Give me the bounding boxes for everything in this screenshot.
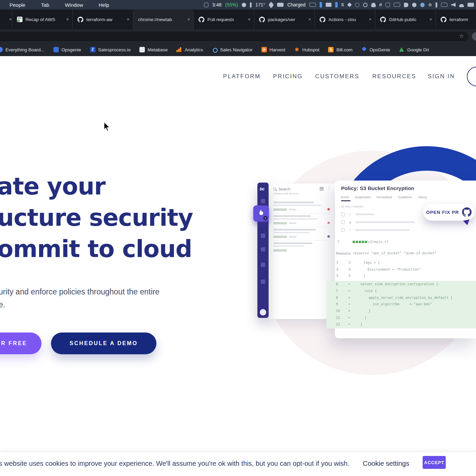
bookmark-opsgenie-2[interactable]: OpsGenie [361,47,390,52]
rocket-icon[interactable] [268,2,274,8]
resource-gutter-label: Resource [336,252,351,255]
hero-heading-line-1: ate your [0,173,105,200]
menu-window[interactable]: Window [65,2,83,8]
battery-icon[interactable] [309,3,316,7]
cookie-accept-button[interactable]: ACCEPT [423,456,446,469]
bookmark-sales-navigator[interactable]: Sales Navigator [212,47,252,52]
github-icon [462,207,472,217]
google-drive-favicon [399,47,404,52]
cookie-settings-link[interactable]: Cookie settings [363,460,409,468]
policy-list-item [273,241,330,254]
nav-pricing[interactable]: PRICING [273,73,303,80]
thermometer-icon[interactable] [250,2,252,7]
tab-pull-requests[interactable]: Pull requests × [194,10,254,29]
bookmark-hubspot[interactable]: ✱ Hubspot [294,47,319,52]
tab-github-public[interactable]: GitHub public × [375,10,436,29]
bookmark-harvest[interactable]: H Harvest [261,47,286,52]
tab-close-icon[interactable]: × [125,17,130,22]
nav-sign-in[interactable]: SIGN IN [428,73,455,80]
tab-terraform-aws[interactable]: terraform-aw × [73,10,133,29]
nav-customers[interactable]: CUSTOMERS [315,73,359,80]
product-sidebar: bc [257,183,269,318]
bookmark-metabase[interactable]: Metabase [139,47,168,52]
tab-actions-cloud[interactable]: Actions - clou × [315,10,375,29]
hero-paragraph-line-2: e. [0,300,5,309]
sidebar-user-avatar [260,309,266,316]
policy-card-title: Policy: S3 Bucket Encryption [341,185,414,191]
bookmark-salesprocess[interactable]: Z Salesprocess.io [90,47,131,52]
charging-device-icon[interactable] [277,3,284,7]
harvest-favicon: H [261,47,267,52]
photos-icon[interactable] [420,3,425,7]
tab-close-icon[interactable]: × [246,17,251,22]
tab-chrome-newtab[interactable]: chrome://newtab × [133,10,194,29]
resource-row: ⌕ [341,213,374,216]
sidebar-integrations-icon [261,247,265,252]
lock-icon[interactable] [386,3,390,7]
bluetooth-icon[interactable] [436,2,437,7]
analytics-favicon [176,47,182,52]
tab-packages-ver[interactable]: packages/ver × [254,10,315,29]
bookmark-star-icon[interactable]: ☆ [459,33,464,39]
bookmark-label: Harvest [270,47,286,52]
github-favicon [380,17,386,22]
menu-people[interactable]: People [10,2,26,8]
evernote-icon[interactable] [242,3,246,7]
tab-close-icon[interactable]: × [7,17,12,22]
url-bar[interactable] [0,32,469,41]
tab-close-icon[interactable]: × [185,17,190,22]
bookmark-bill[interactable]: b Bill.com [328,47,352,52]
tab-close-icon[interactable]: × [367,17,372,22]
github-favicon [78,17,83,22]
airplay-icon[interactable] [441,3,447,7]
resource-row: a [341,220,415,224]
nav-resources[interactable]: RESOURCES [372,73,416,80]
dropbox-icon[interactable] [347,2,352,7]
temperature-label: 171° [255,2,265,7]
tab-close-icon[interactable]: × [64,17,69,22]
bookmark-everything-board[interactable]: Everything Board... [0,47,45,52]
sidecar-indicator[interactable] [335,2,338,7]
timer-icon[interactable] [204,3,208,7]
tab-close-icon[interactable]: × [427,17,432,22]
wifi-icon[interactable] [459,4,464,7]
bookmark-analytics[interactable]: Analytics [176,47,203,52]
nav-cta-pill-edge[interactable] [467,67,476,86]
menu-time[interactable]: 3:48 [212,2,221,7]
battery-charging-icon[interactable] [468,3,474,7]
nav-platform[interactable]: PLATFORM [223,73,261,80]
menu-help[interactable]: Help [99,2,109,8]
keyboard-icon[interactable] [326,3,332,7]
tab-terraform[interactable]: terraform [436,10,476,29]
input-source-indicator[interactable] [320,2,322,7]
tab-errors: Errors [341,196,349,199]
diff-added-block: 6+server_side_encryption_configuration {… [326,281,476,328]
tab-label: Pull requests [207,17,234,22]
code-context-lines: 33tags = { 44 Environment = "Production"… [335,259,476,279]
tab-partial[interactable]: × [0,10,12,29]
chrome-tab-strip: × Info Recap of AWS × terraform-aw × chr… [0,10,476,29]
gorilla-icon[interactable] [412,3,417,7]
docker-icon[interactable] [404,3,408,7]
mouse-cursor [104,122,111,132]
bookmark-google-drive[interactable]: Google Dri [399,47,429,52]
d-circle-icon[interactable]: d [379,3,382,7]
tab-recap-of-aws[interactable]: Info Recap of AWS × [12,10,73,29]
hero-heading-line-2: ucture security [0,204,193,231]
bookmark-opsgenie[interactable]: Opsgenie [53,47,81,52]
sketch-icon[interactable]: S [341,3,344,7]
profile-avatar[interactable] [472,32,476,40]
shield-icon[interactable] [355,3,359,7]
magnifier-icon: ⌕ [348,213,352,216]
menu-tab[interactable]: Tab [41,2,49,8]
spotlight-search-icon[interactable] [363,3,368,7]
volume-icon[interactable] [451,3,456,7]
info-circle-icon[interactable]: ⊙ [428,3,432,7]
tab-label: Recap of AWS [26,17,55,22]
displays-icon[interactable] [394,3,400,7]
schedule-demo-button[interactable]: SCHEDULE A DEMO [51,333,156,354]
tab-close-icon[interactable]: × [306,17,311,22]
more-options-icon: ⋮ [327,186,331,190]
try-free-button[interactable]: R FREE [0,333,41,354]
notifications-bell-icon[interactable] [371,3,376,7]
